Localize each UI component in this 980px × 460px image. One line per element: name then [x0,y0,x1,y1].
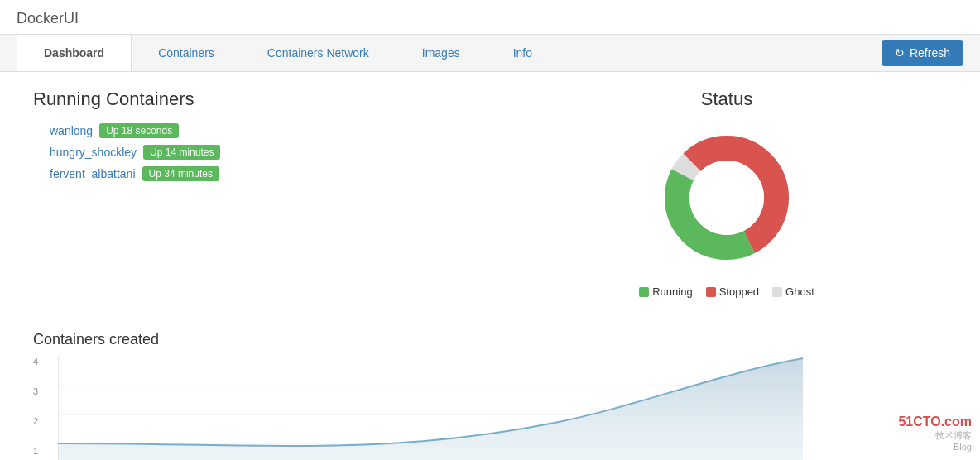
status-badge: Up 18 seconds [99,123,179,138]
refresh-icon: ↻ [895,46,905,60]
status-panel: Status Running [507,89,947,298]
container-name[interactable]: fervent_albattani [50,167,136,180]
running-containers-panel: Running Containers wanlong Up 18 seconds… [33,89,473,298]
tab-dashboard[interactable]: Dashboard [17,35,132,71]
legend-stopped-label: Stopped [719,285,759,298]
app-title: DockerUI [0,0,980,34]
container-name[interactable]: hungry_shockley [50,146,137,159]
list-item: fervent_albattani Up 34 minutes [50,166,473,181]
list-item: hungry_shockley Up 14 minutes [50,145,473,160]
containers-created-section: Containers created 4 3 2 1 0 [33,331,947,460]
chart-legend: Running Stopped Ghost [639,285,814,298]
legend-ghost: Ghost [772,285,814,298]
legend-running-dot [639,287,649,297]
containers-created-title: Containers created [33,331,947,348]
legend-stopped-dot [706,287,716,297]
nav-tabs: Dashboard Containers Containers Network … [17,35,882,71]
legend-ghost-dot [772,287,782,297]
list-item: wanlong Up 18 seconds [50,123,473,138]
y-axis-labels: 4 3 2 1 0 [33,357,38,460]
status-title: Status [701,89,752,110]
running-containers-title: Running Containers [33,89,473,110]
donut-chart [652,123,801,272]
nav-bar: Dashboard Containers Containers Network … [0,34,980,72]
svg-point-3 [689,161,764,235]
container-list: wanlong Up 18 seconds hungry_shockley Up… [33,123,473,181]
container-name[interactable]: wanlong [50,124,93,137]
status-badge: Up 14 minutes [143,145,220,160]
legend-running-label: Running [652,285,692,298]
tab-images[interactable]: Images [396,35,487,71]
tab-containers-network[interactable]: Containers Network [241,35,396,71]
refresh-label: Refresh [910,46,950,60]
containers-created-chart: 4 3 2 1 0 [58,357,947,460]
legend-ghost-label: Ghost [785,285,814,298]
top-section: Running Containers wanlong Up 18 seconds… [33,89,947,298]
watermark-line2: 技术博客 [898,429,972,442]
watermark-line3: Blog [898,442,972,452]
refresh-button[interactable]: ↻ Refresh [882,40,963,66]
main-content: Running Containers wanlong Up 18 seconds… [0,72,980,460]
tab-containers[interactable]: Containers [132,35,241,71]
watermark: 51CTO.com 技术博客 Blog [898,414,972,452]
tab-info[interactable]: Info [487,35,559,71]
legend-stopped: Stopped [706,285,759,298]
status-badge: Up 34 minutes [142,166,219,181]
line-chart-svg [58,357,803,460]
watermark-line1: 51CTO.com [898,414,972,429]
legend-running: Running [639,285,692,298]
